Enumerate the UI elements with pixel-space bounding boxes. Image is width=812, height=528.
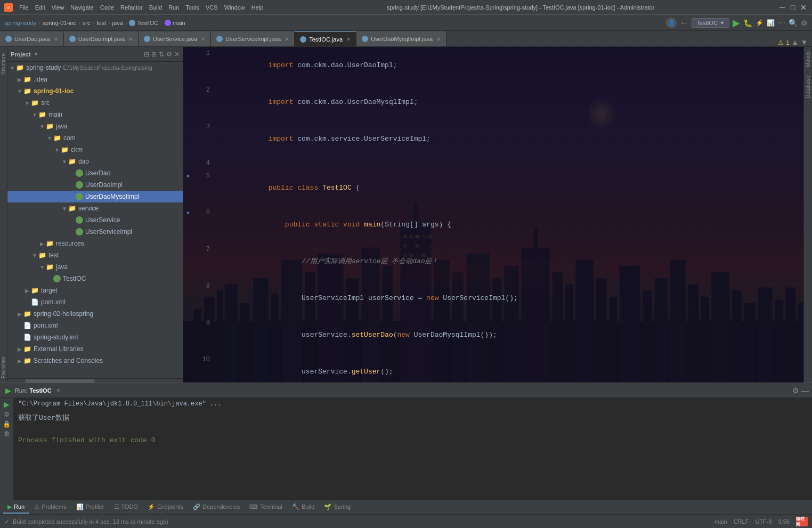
tab-UserDaoMysqlImpl[interactable]: UserDaoMysqlImpl.java ✕ [356, 31, 446, 46]
nav-src[interactable]: src [83, 20, 91, 26]
bottom-tab-terminal[interactable]: ⌨ Terminal [245, 501, 287, 514]
settings-button[interactable]: ⚙ [801, 19, 808, 27]
tree-item-ckm[interactable]: ▼ 📁 ckm [7, 144, 183, 156]
bottom-tab-build[interactable]: 🔨 Build [288, 501, 319, 514]
status-encoding[interactable]: UTF-8 [755, 518, 772, 525]
menu-tools[interactable]: Tools [185, 4, 199, 11]
scroll-tabs-down[interactable]: ▼ [801, 38, 808, 46]
code-editor[interactable]: 1 import com.ckm.dao.UserDaoImpl; 2 impo… [183, 47, 803, 383]
tree-item-UserServiceImpl[interactable]: UserServiceImpl [7, 226, 183, 238]
close-button[interactable]: ✕ [799, 3, 808, 12]
tab-close-UserService[interactable]: ✕ [201, 36, 205, 42]
maximize-button[interactable]: □ [789, 3, 797, 12]
search-button[interactable]: 🔍 [789, 19, 798, 27]
tree-item-java-test[interactable]: ▼ 📁 java [7, 261, 183, 273]
tree-item-pom-root[interactable]: 📄 pom.xml [7, 320, 183, 331]
menu-window[interactable]: Window [224, 4, 245, 11]
nav-module[interactable]: spring-01-ioc [43, 20, 77, 26]
tab-close-UserDao[interactable]: ✕ [54, 36, 58, 42]
menu-run[interactable]: Run [168, 4, 179, 11]
status-git[interactable]: main [714, 518, 727, 525]
tab-close-TestIOC[interactable]: ✕ [346, 36, 351, 42]
menu-view[interactable]: View [52, 4, 64, 11]
run-play-button[interactable]: ▶ [3, 386, 13, 395]
run-restart-button[interactable]: ▶ [4, 400, 10, 409]
tree-item-spring-02[interactable]: ▶ 📁 spring-02-hellospring [7, 308, 183, 320]
bottom-tab-todo[interactable]: ☰ TODO [110, 501, 143, 514]
bottom-tab-problems[interactable]: ⚠ Problems [30, 501, 70, 514]
bottom-tab-dependencies[interactable]: 🔗 Dependencies [189, 501, 244, 514]
debug-button[interactable]: 🐛 [743, 19, 752, 27]
user-avatar[interactable]: 👤 [666, 18, 677, 28]
tab-UserDao[interactable]: UserDao.java ✕ [0, 31, 64, 46]
scroll-tabs-up[interactable]: ▲ [792, 38, 799, 46]
run-button[interactable]: ▶ [733, 17, 740, 29]
sidebar-sort-btn[interactable]: ⇅ [159, 51, 164, 58]
nav-method[interactable]: main [165, 20, 185, 26]
tree-item-UserDao[interactable]: UserDao [7, 167, 183, 179]
tree-item-TestIOC[interactable]: TestIOC [7, 273, 183, 285]
nav-file[interactable]: TestIOC [129, 20, 158, 26]
tab-UserService[interactable]: UserService.java ✕ [139, 31, 211, 46]
maven-panel-label[interactable]: Maven [804, 47, 812, 71]
favorites-panel-label[interactable]: Favorites [0, 352, 7, 383]
tree-item-UserDaoMysqlImpl[interactable]: UserDaoMysqlImpl [7, 191, 183, 202]
more-actions-button[interactable]: ⋯ [778, 19, 785, 27]
tab-UserServiceImpl[interactable]: UserServiceImpl.java ✕ [211, 31, 295, 46]
run-settings-button[interactable]: ⚙ [4, 411, 10, 418]
run-scroll-lock-button[interactable]: 🔒 [3, 420, 11, 428]
sidebar-close-btn[interactable]: ✕ [174, 51, 180, 58]
menu-edit[interactable]: Edit [35, 4, 45, 11]
sidebar-scrollbar-h[interactable] [7, 378, 183, 383]
menu-help[interactable]: Help [251, 4, 264, 11]
menu-bar[interactable]: File Edit View Navigate Code Refactor Bu… [19, 4, 263, 11]
tree-item-idea[interactable]: ▶ 📁 .idea [7, 74, 183, 85]
tree-item-UserService[interactable]: UserService [7, 214, 183, 226]
nav-java[interactable]: java [112, 20, 123, 26]
tree-item-resources[interactable]: ▶ 📁 resources [7, 238, 183, 249]
nav-project[interactable]: spring-study [4, 20, 36, 26]
tree-item-pom-spring-01[interactable]: 📄 pom.xml [7, 296, 183, 308]
tab-TestIOC[interactable]: TestIOC.java ✕ [295, 31, 356, 46]
tree-item-test[interactable]: ▼ 📁 test [7, 249, 183, 261]
menu-refactor[interactable]: Refactor [120, 4, 143, 11]
menu-build[interactable]: Build [149, 4, 162, 11]
run-close-panel-button[interactable]: — [801, 386, 809, 395]
tree-item-spring-study[interactable]: ▼ 📁 spring-study E:\1MyStudentProject\a-… [7, 62, 183, 74]
tree-item-main[interactable]: ▼ 📁 main [7, 109, 183, 120]
tab-UserDaoImpl[interactable]: UserDaoImpl.java ✕ [64, 31, 139, 46]
tree-item-spring-01-ioc[interactable]: ▼ 📁 spring-01-ioc [7, 85, 183, 97]
menu-file[interactable]: File [19, 4, 29, 11]
sidebar-settings-btn[interactable]: ⚙ [166, 51, 172, 58]
bottom-tab-endpoints[interactable]: ⚡ Endpoints [143, 501, 188, 514]
tree-item-target[interactable]: ▶ 📁 target [7, 285, 183, 296]
tree-item-dao[interactable]: ▼ 📁 dao [7, 156, 183, 167]
menu-vcs[interactable]: VCS [206, 4, 218, 11]
tab-close-UserDaoImpl[interactable]: ✕ [128, 36, 133, 42]
tree-item-UserDaoImpl[interactable]: UserDaoImpl [7, 179, 183, 191]
run-clear-button[interactable]: 🗑 [4, 430, 10, 437]
tree-item-src[interactable]: ▼ 📁 src [7, 97, 183, 109]
run-tab-close[interactable]: ✕ [56, 387, 60, 393]
bottom-tab-profiler[interactable]: 📊 Profiler [72, 501, 109, 514]
tree-item-external-libs[interactable]: ▶ 📁 External Libraries [7, 343, 183, 355]
nav-back-button[interactable]: ← [680, 18, 688, 28]
tree-item-iml[interactable]: 📄 spring-study.iml [7, 331, 183, 343]
tab-close-UserDaoMysqlImpl[interactable]: ✕ [436, 36, 441, 42]
nav-test[interactable]: test [96, 20, 106, 26]
profiler-button[interactable]: 📊 [767, 19, 775, 27]
bottom-tab-spring[interactable]: 🌱 Spring [320, 501, 355, 514]
run-config-selector[interactable]: TestIOC ▼ [692, 18, 729, 28]
menu-navigate[interactable]: Navigate [70, 4, 93, 11]
sidebar-expand-btn[interactable]: ⊞ [151, 51, 157, 58]
minimize-button[interactable]: ─ [778, 3, 786, 12]
sidebar-collapse-btn[interactable]: ⊟ [144, 51, 149, 58]
tree-item-com[interactable]: ▼ 📁 com [7, 132, 183, 144]
tree-item-service[interactable]: ▼ 📁 service [7, 202, 183, 214]
menu-code[interactable]: Code [100, 4, 114, 11]
database-panel-label[interactable]: Database [804, 71, 812, 103]
editor-area[interactable]: 1 import com.ckm.dao.UserDaoImpl; 2 impo… [183, 47, 803, 383]
bottom-tab-run[interactable]: ▶ Run [3, 501, 29, 514]
run-with-coverage-button[interactable]: ⚡ [756, 19, 764, 27]
run-stop-button[interactable]: ⚙ [792, 386, 799, 395]
